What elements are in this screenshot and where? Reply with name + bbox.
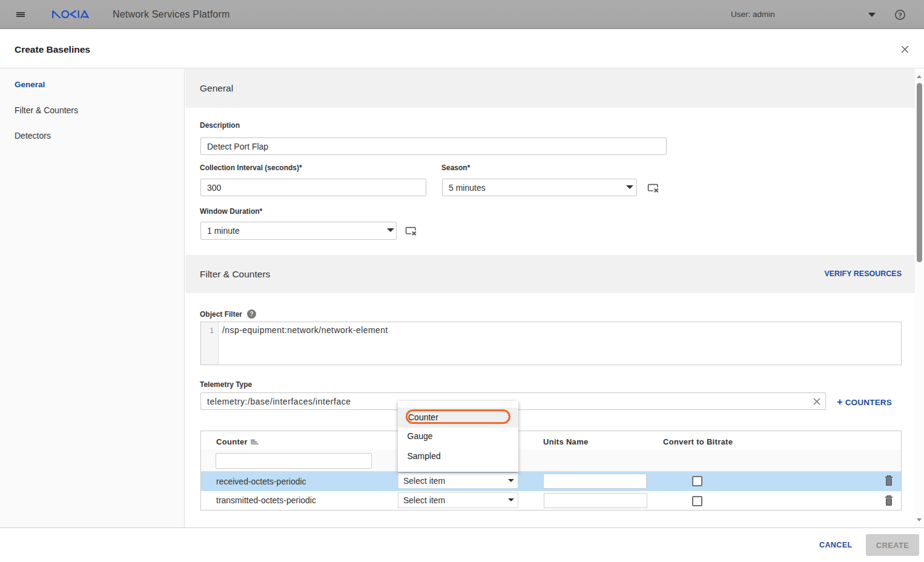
svg-text:?: ? xyxy=(898,11,902,18)
svg-text:?: ? xyxy=(249,311,253,317)
